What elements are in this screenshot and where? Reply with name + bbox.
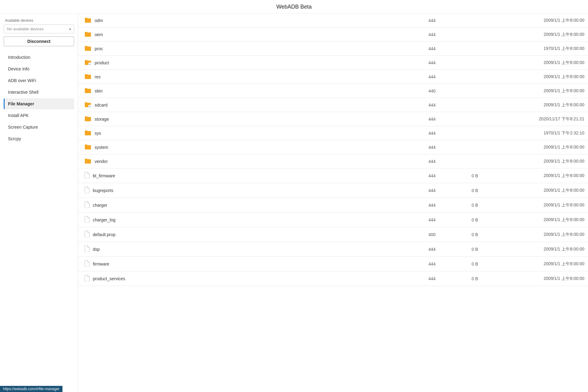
file-size [439, 112, 482, 126]
table-row[interactable]: ⟳ sdcard 444 2009/1/1 上午8:00:00 [78, 98, 588, 112]
file-name: charger_log [93, 217, 115, 222]
file-icon [84, 201, 90, 209]
file-size: 0 B [439, 242, 482, 257]
file-size: 0 B [439, 213, 482, 227]
sidebar-item-introduction[interactable]: Introduction [4, 52, 74, 63]
file-name: product [95, 60, 109, 65]
table-row[interactable]: firmware 444 0 B 2009/1/1 上午8:00:00 [78, 257, 588, 271]
table-row[interactable]: oem 444 2009/1/1 上午8:00:00 [78, 28, 588, 42]
table-row[interactable]: proc 444 1970/1/1 上午8:00:00 [78, 42, 588, 56]
table-row[interactable]: res 444 2009/1/1 上午8:00:00 [78, 70, 588, 84]
file-perms: 444 [397, 70, 439, 84]
file-perms: 444 [397, 242, 439, 257]
folder-icon [84, 115, 92, 123]
table-row[interactable]: dsp 444 0 B 2009/1/1 上午8:00:00 [78, 242, 588, 257]
folder-icon: ⟳ [84, 59, 92, 66]
table-row[interactable]: vendor 444 2009/1/1 上午8:00:00 [78, 154, 588, 168]
file-perms: 444 [397, 28, 439, 42]
sidebar-nav: Introduction Device Info ADB over WiFi I… [4, 52, 74, 145]
file-date: 1970/1/1 下午2:32:10 [482, 126, 588, 140]
file-date: 2009/1/1 上午8:00:00 [482, 28, 588, 42]
file-name: dsp [93, 247, 100, 252]
sidebar-item-interactive-shell[interactable]: Interactive Shell [4, 87, 74, 98]
file-size [439, 126, 482, 140]
file-perms: 444 [397, 112, 439, 126]
folder-icon [84, 144, 92, 151]
file-perms: 400 [397, 227, 439, 242]
file-size: 0 B [439, 227, 482, 242]
folder-icon [84, 17, 92, 24]
folder-icon [84, 73, 92, 80]
sidebar-item-screen-capture[interactable]: Screen Capture [4, 122, 74, 133]
folder-icon [84, 31, 92, 38]
file-icon [84, 260, 90, 268]
file-name: default.prop [93, 232, 115, 237]
file-perms: 444 [397, 56, 439, 70]
table-row[interactable]: bt_firmware 444 0 B 2009/1/1 上午8:00:00 [78, 168, 588, 183]
file-name: firmware [93, 262, 109, 266]
file-date: 2009/1/1 上午8:00:00 [482, 56, 588, 70]
file-date: 2009/1/1 上午8:00:00 [482, 154, 588, 168]
file-perms: 444 [397, 154, 439, 168]
file-size: 0 B [439, 198, 482, 213]
table-row[interactable]: charger_log 444 0 B 2009/1/1 上午8:00:00 [78, 213, 588, 227]
table-row[interactable]: product_services 444 0 B 2009/1/1 上午8:00… [78, 271, 588, 286]
file-name: odm [95, 18, 103, 23]
file-size: 0 B [439, 168, 482, 183]
app-title: WebADB Beta [0, 0, 588, 13]
sidebar-item-file-manager[interactable]: File Manager [4, 98, 74, 109]
file-name: proc [95, 46, 103, 51]
table-row[interactable]: ⟳ product 444 2009/1/1 上午8:00:00 [78, 56, 588, 70]
folder-icon [84, 87, 92, 94]
device-select-wrapper: No available devices ▾ [4, 24, 74, 33]
device-select[interactable]: No available devices [4, 24, 74, 33]
sidebar-item-install-apk[interactable]: Install APK [4, 110, 74, 121]
file-perms: 444 [397, 168, 439, 183]
file-date: 2009/1/1 上午8:00:00 [482, 198, 588, 213]
table-row[interactable]: sys 444 1970/1/1 下午2:32:10 [78, 126, 588, 140]
file-icon [84, 172, 90, 179]
folder-icon: ⟳ [84, 101, 92, 108]
file-perms: 444 [397, 98, 439, 112]
file-size [439, 84, 482, 98]
file-icon [84, 187, 90, 194]
table-row[interactable]: default.prop 400 0 B 2009/1/1 上午8:00:00 [78, 227, 588, 242]
sidebar-item-device-info[interactable]: Device Info [4, 63, 74, 74]
file-size [439, 28, 482, 42]
file-perms: 444 [397, 257, 439, 271]
file-name: bugreports [93, 188, 113, 193]
table-row[interactable]: system 444 2009/1/1 上午8:00:00 [78, 140, 588, 154]
sidebar-item-scrcpy[interactable]: Scrcpy [4, 133, 74, 144]
file-name: sdcard [95, 103, 107, 107]
file-perms: 444 [397, 140, 439, 154]
folder-icon [84, 158, 92, 165]
table-row[interactable]: charger 444 0 B 2009/1/1 上午8:00:00 [78, 198, 588, 213]
disconnect-button[interactable]: Disconnect [4, 36, 74, 46]
file-size: 0 B [439, 271, 482, 286]
table-row[interactable]: odm 444 2009/1/1 上午8:00:00 [78, 13, 588, 28]
file-name: system [95, 145, 108, 150]
file-date: 2009/1/1 上午8:00:00 [482, 13, 588, 28]
file-size [439, 98, 482, 112]
file-date: 2009/1/1 上午8:00:00 [482, 168, 588, 183]
file-date: 2009/1/1 上午8:00:00 [482, 257, 588, 271]
file-manager-content: odm 444 2009/1/1 上午8:00:00 oem 444 2009/… [78, 13, 588, 392]
folder-icon [84, 45, 92, 52]
table-row[interactable]: bugreports 444 0 B 2009/1/1 上午8:00:00 [78, 183, 588, 198]
file-size [439, 70, 482, 84]
file-date: 2009/1/1 上午8:00:00 [482, 271, 588, 286]
file-date: 2009/1/1 上午8:00:00 [482, 183, 588, 198]
svg-text:⟳: ⟳ [89, 63, 91, 66]
file-name: res [95, 74, 100, 79]
available-devices-label: Available devices [4, 18, 74, 23]
table-row[interactable]: storage 444 2020/11/17 下午8:21:21 [78, 112, 588, 126]
sidebar-item-adb-over-wifi[interactable]: ADB over WiFi [4, 75, 74, 86]
sidebar: Available devices No available devices ▾… [0, 13, 78, 392]
file-name: sys [95, 131, 101, 136]
file-icon [84, 245, 90, 253]
table-row[interactable]: sbin 440 2009/1/1 上午8:00:00 [78, 84, 588, 98]
file-table: odm 444 2009/1/1 上午8:00:00 oem 444 2009/… [78, 13, 588, 286]
file-name: charger [93, 203, 107, 208]
file-icon [84, 275, 90, 282]
file-date: 2020/11/17 下午8:21:21 [482, 112, 588, 126]
